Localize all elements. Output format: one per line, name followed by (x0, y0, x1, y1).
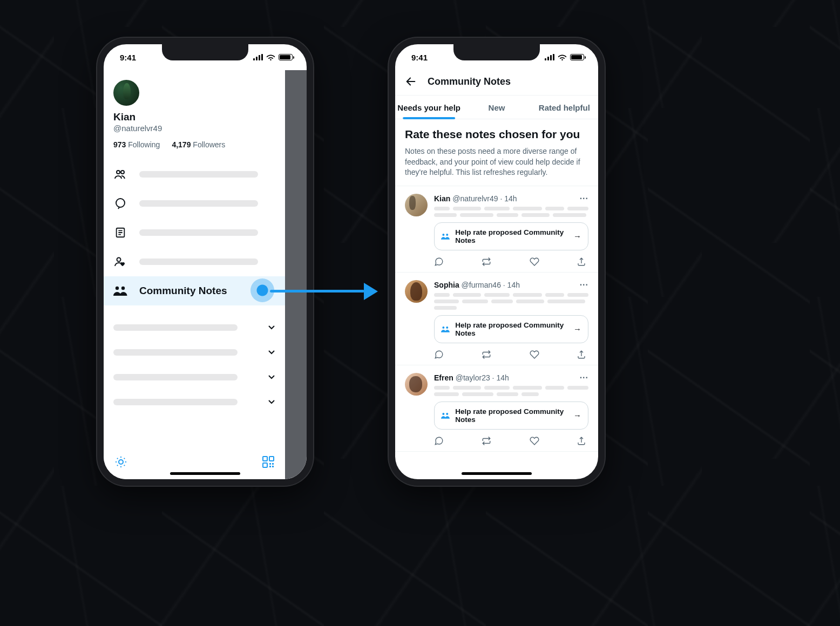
menu-item-placeholder[interactable] (104, 189, 285, 218)
post-author-name[interactable]: Efren (434, 373, 453, 382)
post-author-handle[interactable]: @naturelvr49 (452, 194, 498, 203)
post-actions (434, 350, 588, 359)
tab-needs-your-help[interactable]: Needs your help (395, 96, 463, 119)
post-time-value: 14h (507, 281, 520, 289)
help-rate-card[interactable]: Help rate proposed Community Notes → (434, 222, 588, 250)
post-actions (434, 436, 588, 446)
status-indicators (545, 54, 584, 61)
help-rate-card[interactable]: Help rate proposed Community Notes → (434, 402, 588, 430)
svg-point-16 (446, 234, 448, 236)
profile-name: Kian (113, 111, 285, 123)
qr-code-icon[interactable] (262, 456, 274, 468)
battery-icon (279, 54, 293, 60)
svg-point-15 (442, 234, 444, 236)
svg-rect-9 (269, 457, 274, 461)
community-notes-icon (441, 233, 450, 240)
reply-icon[interactable] (434, 436, 444, 446)
arrow-right-icon: → (573, 232, 581, 241)
more-icon[interactable]: ··· (580, 280, 588, 290)
post-author-name[interactable]: Kian (434, 194, 450, 203)
svg-point-6 (121, 287, 125, 290)
cellular-icon (253, 54, 263, 60)
home-indicator[interactable] (462, 472, 532, 475)
following-label: Following (128, 140, 160, 149)
retweet-icon[interactable] (481, 350, 492, 359)
tab-new[interactable]: New (463, 96, 530, 119)
tab-rated-helpful[interactable]: Rated helpful (531, 96, 598, 119)
chevron-down-icon (268, 373, 275, 381)
list-icon (113, 226, 127, 240)
reply-icon[interactable] (434, 257, 444, 267)
post-avatar[interactable] (405, 373, 428, 396)
page-header: Community Notes (395, 70, 598, 96)
retweet-icon[interactable] (481, 436, 492, 446)
more-icon[interactable]: ··· (580, 194, 588, 203)
like-icon[interactable] (530, 436, 539, 446)
post-avatar[interactable] (405, 280, 428, 303)
post-author-handle[interactable]: @taylor23 (456, 373, 490, 382)
tabs: Needs your help New Rated helpful (395, 96, 598, 119)
rate-title: Rate these notes chosen for you (405, 128, 588, 141)
collapse-item-placeholder[interactable] (113, 315, 275, 340)
theme-icon[interactable] (114, 455, 127, 468)
placeholder-text (113, 349, 238, 356)
placeholder-text (139, 258, 258, 265)
svg-point-0 (117, 171, 120, 174)
share-icon[interactable] (577, 436, 586, 446)
post-author-handle[interactable]: @furman46 (462, 281, 501, 289)
help-rate-card[interactable]: Help rate proposed Community Notes → (434, 315, 588, 343)
svg-point-7 (119, 460, 123, 464)
arrow-right-icon: → (573, 411, 581, 420)
placeholder-text (113, 374, 238, 380)
phone-right: 9:41 Community Notes Needs your help New… (389, 38, 605, 486)
like-icon[interactable] (530, 350, 539, 359)
post-item[interactable]: Sophia @furman46 · 14h ··· Help rate pro… (395, 273, 598, 365)
reply-icon[interactable] (434, 350, 444, 359)
back-button[interactable] (405, 76, 417, 87)
collapse-item-placeholder[interactable] (113, 365, 275, 390)
status-indicators (253, 54, 293, 61)
menu-item-placeholder[interactable] (104, 218, 285, 247)
share-icon[interactable] (577, 257, 586, 267)
more-icon[interactable]: ··· (580, 373, 588, 383)
placeholder-text (139, 171, 258, 178)
post-content-placeholder (434, 386, 588, 396)
svg-point-5 (116, 287, 119, 290)
status-time: 9:41 (120, 53, 136, 62)
post-time-value: 14h (496, 373, 509, 382)
follow-stats[interactable]: 973 Following 4,179 Followers (113, 140, 285, 149)
home-indicator[interactable] (170, 472, 240, 475)
speech-bubble-icon (113, 196, 127, 210)
post-item[interactable]: Efren @taylor23 · 14h ··· Help rate prop… (395, 365, 598, 452)
svg-point-17 (442, 326, 444, 329)
like-icon[interactable] (530, 257, 539, 267)
flow-arrow (270, 288, 378, 294)
help-rate-label: Help rate proposed Community Notes (455, 321, 573, 337)
battery-icon (570, 54, 584, 60)
post-content-placeholder (434, 293, 588, 310)
cellular-icon (545, 54, 554, 60)
post-time: · (500, 194, 504, 203)
wifi-icon (266, 54, 275, 61)
svg-point-19 (442, 413, 444, 415)
menu-item-placeholder[interactable] (104, 247, 285, 276)
share-icon[interactable] (577, 350, 586, 359)
menu-item-placeholder[interactable] (104, 160, 285, 189)
svg-rect-12 (272, 463, 274, 465)
post-item[interactable]: Kian @naturelvr49 · 14h ··· Help rate pr… (395, 186, 598, 273)
post-author-name[interactable]: Sophia (434, 281, 459, 289)
retweet-icon[interactable] (481, 257, 492, 267)
svg-rect-13 (269, 466, 271, 467)
collapse-item-placeholder[interactable] (113, 390, 275, 414)
header-title: Community Notes (428, 76, 511, 87)
placeholder-text (113, 399, 238, 405)
menu-label-community-notes: Community Notes (139, 285, 227, 297)
profile-avatar[interactable] (113, 80, 139, 106)
notch (453, 43, 540, 60)
post-avatar[interactable] (405, 194, 428, 216)
svg-rect-8 (263, 457, 267, 461)
help-rate-label: Help rate proposed Community Notes (455, 407, 573, 424)
collapse-item-placeholder[interactable] (113, 340, 275, 365)
dimmed-backdrop[interactable] (285, 70, 307, 479)
person-heart-icon (113, 255, 127, 269)
